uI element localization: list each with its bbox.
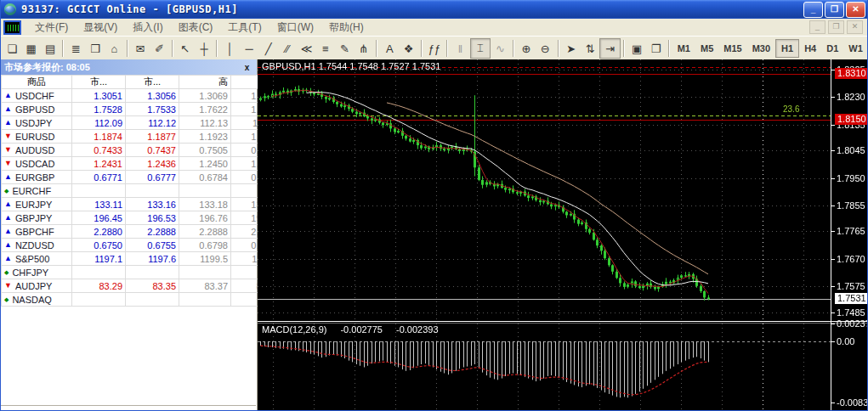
quote-row-GBPJPY[interactable]: ▲GBPJPY196.45196.53196.76195.94 <box>2 211 283 225</box>
quote-row-AUDJPY[interactable]: ▼AUDJPY83.2983.3583.3783.29 <box>2 279 283 293</box>
quote-row-EURUSD[interactable]: ▼EURUSD1.18741.18771.19231.1867 <box>2 130 283 144</box>
data-window-icon[interactable]: ❒ <box>86 39 105 58</box>
zoom-in-icon[interactable]: ⊕ <box>517 39 536 58</box>
trendline-icon[interactable]: ╱ <box>258 39 277 58</box>
symbol-label: USDCAD <box>15 159 54 169</box>
line-chart-icon[interactable]: ∿ <box>491 39 509 58</box>
window-title: 93137: GCICT Online - [GBPUSD,H1] <box>21 3 803 15</box>
quote-row-GBPCHF[interactable]: ▲GBPCHF2.28802.28882.28882.2875 <box>2 225 283 239</box>
channel-icon[interactable]: ⁄⁄ <box>278 39 297 58</box>
bid-cell: 196.45 <box>72 211 126 225</box>
market-watch-close-icon[interactable]: x <box>241 63 252 72</box>
column-header-1[interactable]: 市... <box>72 76 126 89</box>
text-label-icon[interactable]: A <box>380 39 399 58</box>
bid-cell <box>72 184 126 198</box>
candlestick-chart-icon[interactable]: ⌶ <box>470 38 491 59</box>
timeframe-m30[interactable]: M30 <box>747 40 775 57</box>
quote-row-S&P500[interactable]: ▲S&P5001197.11197.61199.51196.5 <box>2 252 283 266</box>
high-cell: 0.7505 <box>179 144 231 157</box>
market-watch-panel: 市场参考报价: 08:05 x 商品市...市...高低 ▲USDCHF1.30… <box>0 59 258 411</box>
child-minimize-button[interactable]: _ <box>809 20 825 34</box>
crosshair-icon[interactable]: ┼ <box>195 39 213 58</box>
timeframe-m15[interactable]: M15 <box>718 40 746 57</box>
symbol-cell: ▲GBPUSD <box>2 103 72 116</box>
symbol-cell: ▲GBPJPY <box>2 211 72 225</box>
print-icon[interactable]: ▤ <box>41 39 60 58</box>
indicators-icon[interactable]: ƒƒ <box>425 39 444 58</box>
scroll-to-end-icon[interactable]: ➤ <box>562 39 581 58</box>
quote-row-GBPUSD[interactable]: ▲GBPUSD1.75281.75331.76221.7503 <box>2 103 283 116</box>
quote-row-CHFJPY[interactable]: ◆CHFJPY <box>2 266 283 279</box>
save-icon[interactable]: ▦ <box>21 39 40 58</box>
quote-row-NASDAQ[interactable]: ◆NASDAQ <box>2 293 283 307</box>
quote-row-EURCHF[interactable]: ◆EURCHF <box>2 184 283 198</box>
diamond-icon: ◆ <box>4 269 9 275</box>
toolbar-separator <box>623 40 625 57</box>
gann-fan-icon[interactable]: ≪ <box>297 39 315 58</box>
chart-shift-icon[interactable]: ⇥ <box>599 38 620 59</box>
cursor-icon[interactable]: ↖ <box>176 39 195 58</box>
close-button[interactable]: ✕ <box>846 2 865 18</box>
quote-row-NZDUSD[interactable]: ▲NZDUSD0.67500.67550.67980.6735 <box>2 239 283 252</box>
menu-item-1[interactable]: 显视(V) <box>76 19 125 37</box>
quote-row-EURJPY[interactable]: ▲EURJPY133.11133.16133.18132.79 <box>2 198 283 211</box>
minimize-button[interactable]: _ <box>803 2 823 18</box>
column-header-0[interactable]: 商品 <box>2 76 72 89</box>
ask-cell <box>126 184 179 198</box>
menu-item-2[interactable]: 插入(I) <box>125 19 170 37</box>
timeframe-w1[interactable]: W1 <box>843 40 868 57</box>
fibonacci-icon[interactable]: ≡ <box>316 39 335 58</box>
macd-name: MACD(12,26,9) <box>262 324 326 335</box>
timeframe-h4[interactable]: H4 <box>799 40 821 57</box>
chart-menu-icon[interactable] <box>3 20 21 35</box>
arrow-symbols-icon[interactable]: ❖ <box>399 39 417 58</box>
ask-cell: 0.7437 <box>126 144 179 157</box>
market-watch-header[interactable]: 市场参考报价: 08:05 x <box>0 59 257 75</box>
child-restore-button[interactable]: ❐ <box>828 20 844 34</box>
menu-item-5[interactable]: 窗口(W) <box>269 19 321 37</box>
toolbar-separator <box>216 40 218 57</box>
restore-button[interactable]: ❐ <box>825 2 844 18</box>
quotes-table: 商品市...市...高低 ▲USDCHF1.30511.30561.30691.… <box>1 75 283 307</box>
menu-item-0[interactable]: 文件(F) <box>27 19 76 37</box>
timeframe-m5[interactable]: M5 <box>695 40 718 57</box>
auto-scroll-icon[interactable]: ⇅ <box>581 39 599 58</box>
bar-chart-icon[interactable]: ‖ <box>451 39 469 58</box>
timeframe-m1[interactable]: M1 <box>672 40 695 57</box>
symbol-label: GBPJPY <box>15 213 52 223</box>
symbol-cell: ▼AUDJPY <box>2 279 72 293</box>
fibonacci-level-label: 23.6 <box>783 104 799 114</box>
quote-row-AUDUSD[interactable]: ▼AUDUSD0.74330.74370.75050.7428 <box>2 144 283 157</box>
horizontal-line-icon[interactable]: ─ <box>240 39 258 58</box>
pitchfork-icon[interactable]: ⋔ <box>355 39 373 58</box>
template-window-icon[interactable]: ❐ <box>646 39 665 58</box>
market-watch-icon[interactable]: ≣ <box>66 39 85 58</box>
indicator-window-icon[interactable]: ▣ <box>627 39 646 58</box>
menu-bar: 文件(F)显视(V)插入(I)图表(C)工具(T)窗口(W)帮助(H) _❐✕ <box>0 19 868 37</box>
new-chart-icon[interactable]: ❏ <box>3 39 21 58</box>
child-close-button[interactable]: ✕ <box>847 20 863 34</box>
bid-cell: 83.29 <box>72 279 126 293</box>
quote-row-USDJPY[interactable]: ▲USDJPY112.09112.12112.13111.43 <box>2 116 283 130</box>
arrow-draw-icon[interactable]: ✎ <box>335 39 354 58</box>
high-cell: 0.6798 <box>179 239 231 252</box>
vertical-line-icon[interactable]: │ <box>220 39 239 58</box>
metaeditor-icon[interactable]: ✐ <box>150 39 168 58</box>
quote-row-USDCHF[interactable]: ▲USDCHF1.30511.30561.30691.3018 <box>2 89 283 103</box>
quote-row-EURGBP[interactable]: ▲EURGBP0.67710.67770.67840.6755 <box>2 171 283 184</box>
column-header-3[interactable]: 高 <box>179 76 231 89</box>
menu-item-6[interactable]: 帮助(H) <box>321 19 372 37</box>
symbol-label: EURUSD <box>15 132 54 142</box>
timeframe-h1[interactable]: H1 <box>775 39 799 58</box>
zoom-out-icon[interactable]: ⊖ <box>536 39 554 58</box>
navigator-icon[interactable]: ⌂ <box>105 39 123 58</box>
timeframe-d1[interactable]: D1 <box>821 40 843 57</box>
column-header-2[interactable]: 市... <box>126 76 179 89</box>
menu-items: 文件(F)显视(V)插入(I)图表(C)工具(T)窗口(W)帮助(H) <box>27 19 372 37</box>
macd-value: -0.002775 <box>340 324 383 335</box>
quote-row-USDCAD[interactable]: ▼USDCAD1.24311.24361.24501.2386 <box>2 157 283 171</box>
menu-item-3[interactable]: 图表(C) <box>171 19 221 37</box>
menu-item-4[interactable]: 工具(T) <box>220 19 269 37</box>
price-chart-canvas[interactable] <box>258 59 868 411</box>
new-order-icon[interactable]: ✉ <box>131 39 150 58</box>
